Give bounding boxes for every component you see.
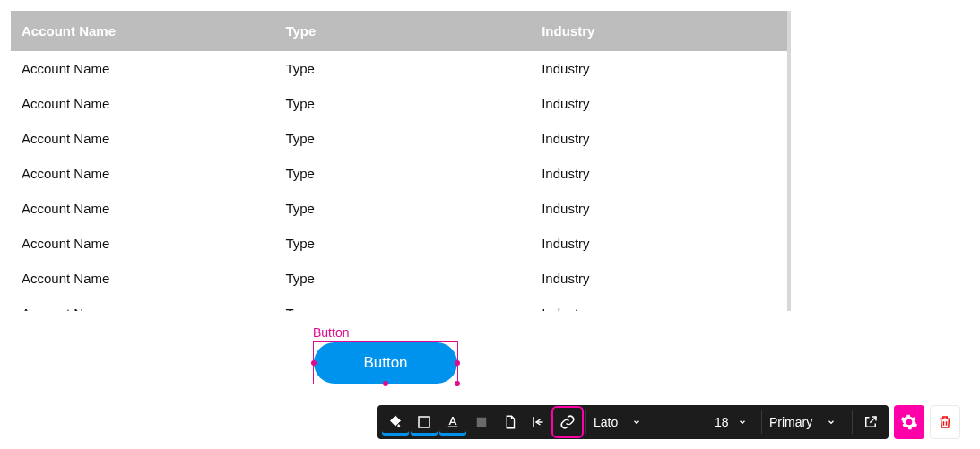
delete-button[interactable] xyxy=(930,405,960,439)
resize-handle-left[interactable] xyxy=(311,360,317,366)
link-button[interactable] xyxy=(554,409,581,436)
cell-name: Account Name xyxy=(11,156,274,191)
table-row[interactable]: Account NameTypeIndustry xyxy=(11,86,787,121)
trash-icon xyxy=(937,414,953,430)
gear-icon xyxy=(900,413,918,431)
open-external-icon xyxy=(863,414,879,430)
cell-type: Type xyxy=(274,121,531,156)
page-button[interactable] xyxy=(497,409,524,436)
fill-color-button[interactable] xyxy=(382,409,409,436)
svg-rect-1 xyxy=(477,418,487,427)
cell-industry: Industry xyxy=(531,226,787,261)
table-row[interactable]: Account NameTypeIndustry xyxy=(11,191,787,226)
col-header-name[interactable]: Account Name xyxy=(11,11,274,51)
table-row[interactable]: Account NameTypeIndustry xyxy=(11,51,787,86)
link-icon xyxy=(559,414,576,430)
open-external-button[interactable] xyxy=(857,409,884,436)
settings-button[interactable] xyxy=(894,405,924,439)
square-icon xyxy=(473,414,490,430)
chevron-down-icon xyxy=(738,418,747,427)
border-color-button[interactable] xyxy=(411,409,438,436)
cell-name: Account Name xyxy=(11,226,274,261)
variant-value: Primary xyxy=(769,415,812,429)
cell-name: Account Name xyxy=(11,51,274,86)
table-row[interactable]: Account NameTypeIndustry xyxy=(11,121,787,156)
resize-handle-right[interactable] xyxy=(455,360,460,366)
table-row[interactable]: Account NameTypeIndustry xyxy=(11,261,787,296)
resize-handle-br[interactable] xyxy=(455,381,460,386)
cell-industry: Industry xyxy=(531,156,787,191)
cell-type: Type xyxy=(274,191,531,226)
cell-type: Type xyxy=(274,156,531,191)
selection-bounding-box[interactable]: Button xyxy=(313,341,458,384)
col-header-industry[interactable]: Industry xyxy=(531,11,787,51)
font-size-value: 18 xyxy=(715,415,729,429)
shape-button[interactable] xyxy=(468,409,495,436)
text-color-icon xyxy=(445,414,461,430)
cell-name: Account Name xyxy=(11,86,274,121)
font-family-value: Lato xyxy=(594,415,618,429)
cell-type: Type xyxy=(274,226,531,261)
resize-handle-bottom[interactable] xyxy=(383,381,388,386)
align-button[interactable] xyxy=(525,409,552,436)
table-header: Account Name Type Industry xyxy=(11,11,787,51)
svg-rect-0 xyxy=(419,417,429,427)
cell-industry: Industry xyxy=(531,261,787,296)
font-family-select[interactable]: Lato xyxy=(594,415,699,429)
table-row[interactable]: Account NameTypeIndustry xyxy=(11,296,787,311)
editor-toolbar: Lato 18 Primary xyxy=(377,405,960,439)
cell-industry: Industry xyxy=(531,121,787,156)
cell-name: Account Name xyxy=(11,296,274,311)
cell-type: Type xyxy=(274,86,531,121)
align-left-icon xyxy=(531,414,547,430)
col-header-type[interactable]: Type xyxy=(274,11,531,51)
cell-industry: Industry xyxy=(531,51,787,86)
border-icon xyxy=(416,414,432,430)
toolbar-separator xyxy=(852,410,853,434)
text-color-button[interactable] xyxy=(439,409,466,436)
cell-name: Account Name xyxy=(11,191,274,226)
table-row[interactable]: Account NameTypeIndustry xyxy=(11,156,787,191)
cell-type: Type xyxy=(274,261,531,296)
fill-icon xyxy=(387,414,403,430)
cell-name: Account Name xyxy=(11,121,274,156)
toolbar-separator xyxy=(707,410,707,434)
cell-industry: Industry xyxy=(531,86,787,121)
variant-select[interactable]: Primary xyxy=(769,415,845,429)
cell-type: Type xyxy=(274,51,531,86)
cell-type: Type xyxy=(274,296,531,311)
toolbar-separator xyxy=(585,410,586,434)
cell-name: Account Name xyxy=(11,261,274,296)
cell-industry: Industry xyxy=(531,296,787,311)
table-row[interactable]: Account NameTypeIndustry xyxy=(11,226,787,261)
accounts-table: Account Name Type Industry Account NameT… xyxy=(11,11,791,311)
selection-label: Button xyxy=(313,325,349,340)
font-size-select[interactable]: 18 xyxy=(715,415,754,429)
page-icon xyxy=(502,414,518,430)
chevron-down-icon xyxy=(827,418,836,427)
chevron-down-icon xyxy=(632,418,641,427)
button-component[interactable]: Button xyxy=(314,342,457,384)
cell-industry: Industry xyxy=(531,191,787,226)
toolbar-separator xyxy=(761,410,762,434)
